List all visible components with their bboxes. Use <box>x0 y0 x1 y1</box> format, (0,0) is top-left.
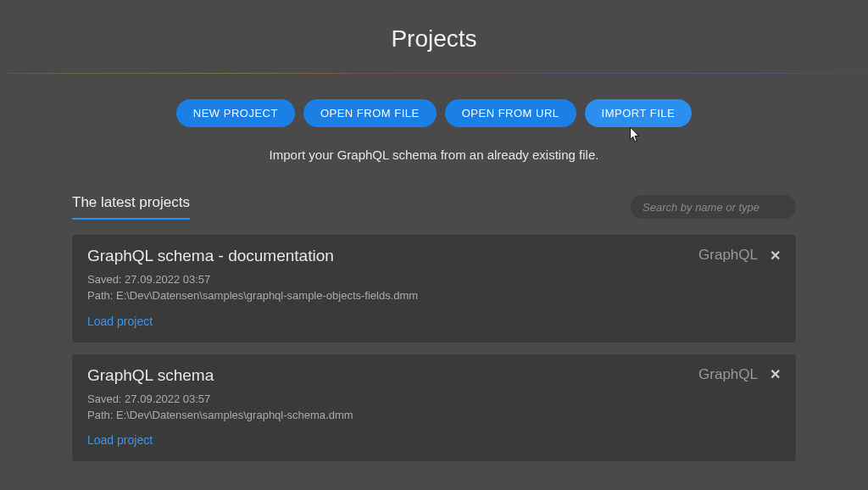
project-type-label: GraphQL <box>698 247 758 264</box>
divider <box>8 73 868 74</box>
project-card: GraphQL schema Saved: 27.09.2022 03:57 P… <box>72 354 796 462</box>
search-input[interactable] <box>643 201 784 214</box>
action-button-row: NEW PROJECT OPEN FROM FILE OPEN FROM URL… <box>0 99 868 127</box>
project-title: GraphQL schema - documentation <box>87 247 418 265</box>
project-title: GraphQL schema <box>87 366 353 385</box>
project-type-label: GraphQL <box>698 366 758 383</box>
project-path: Path: E:\Dev\Datensen\samples\graphql-sa… <box>87 288 418 304</box>
import-file-button[interactable]: IMPORT FILE <box>585 99 693 127</box>
latest-projects-header: The latest projects <box>72 194 190 220</box>
load-project-link[interactable]: Load project <box>87 433 153 447</box>
search-wrapper <box>631 195 796 219</box>
new-project-button[interactable]: NEW PROJECT <box>176 99 295 127</box>
project-saved: Saved: 27.09.2022 03:57 <box>87 272 418 288</box>
project-card: GraphQL schema - documentation Saved: 27… <box>72 235 796 342</box>
open-from-file-button[interactable]: OPEN FROM FILE <box>303 99 437 127</box>
open-from-url-button[interactable]: OPEN FROM URL <box>445 99 576 127</box>
page-title: Projects <box>0 25 868 53</box>
subtitle-text: Import your GraphQL schema from an alrea… <box>0 148 868 162</box>
project-saved: Saved: 27.09.2022 03:57 <box>87 392 353 408</box>
close-icon[interactable]: ✕ <box>770 366 781 382</box>
close-icon[interactable]: ✕ <box>770 248 781 264</box>
project-path: Path: E:\Dev\Datensen\samples\graphql-sc… <box>87 408 353 424</box>
load-project-link[interactable]: Load project <box>87 315 153 328</box>
